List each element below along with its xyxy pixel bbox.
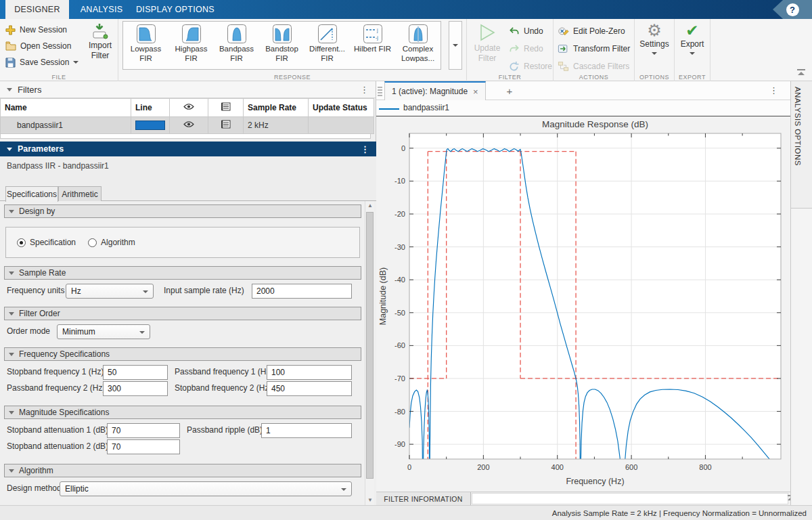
filters-table-header: Name Line Sample Rate Update Status — [1, 99, 374, 117]
column-update-status[interactable]: Update Status — [309, 99, 374, 117]
tab-analysis[interactable]: ANALYSIS — [69, 0, 134, 19]
analysis-options-tab[interactable]: ANALYSIS OPTIONS — [791, 81, 812, 209]
input-sample-rate-field[interactable] — [252, 284, 352, 299]
save-session-button[interactable]: Save Session — [5, 56, 78, 69]
input-sample-rate-label: Input sample rate (Hz) — [164, 286, 244, 295]
filters-panel-header[interactable]: Filters ⋮ — [0, 81, 376, 98]
response-gallery: LowpassFIR HighpassFIR BandpassFIR Bands… — [122, 21, 441, 70]
collapse-triangle-icon — [9, 411, 14, 414]
magnitude-response-plot[interactable]: 02004006008000-10-20-30-40-50-60-70-80-9… — [376, 116, 790, 492]
passband-frequency-2-field[interactable] — [103, 381, 168, 396]
tab-specifications[interactable]: Specifications — [5, 186, 58, 202]
cascade-filters-icon — [558, 61, 569, 72]
gear-icon: ⚙ — [647, 22, 662, 39]
column-line[interactable]: Line — [131, 99, 170, 117]
design-method-select[interactable]: Elliptic — [60, 481, 352, 496]
minimize-ribbon-button[interactable] — [796, 69, 807, 77]
svg-text:Frequency (Hz): Frequency (Hz) — [566, 477, 624, 486]
stopband-frequency-2-field[interactable] — [267, 381, 352, 396]
new-session-button[interactable]: New Session — [5, 23, 67, 37]
export-dropdown-icon — [690, 52, 695, 55]
scrollbar-thumb[interactable] — [366, 212, 374, 479]
parameters-panel-header[interactable]: Parameters ⋮ — [0, 142, 376, 156]
chevron-down-icon — [453, 44, 458, 47]
export-button[interactable]: ✔ Export — [676, 22, 708, 55]
save-session-dropdown-icon — [73, 61, 78, 64]
radio-specification[interactable]: Specification — [17, 238, 76, 247]
restore-icon — [509, 62, 520, 72]
filter-name-cell[interactable]: bandpassiir1 — [1, 117, 131, 134]
tab-designer[interactable]: DESIGNER — [5, 0, 69, 19]
column-name[interactable]: Name — [1, 99, 131, 117]
section-sample-rate[interactable]: Sample Rate — [4, 266, 361, 280]
svg-text:-90: -90 — [394, 440, 405, 448]
column-visibility[interactable] — [170, 99, 208, 117]
file-group-label: FILE — [0, 74, 118, 81]
import-filter-button[interactable]: Import Filter — [84, 23, 116, 61]
scroll-up-icon[interactable]: ▲ — [365, 201, 375, 211]
order-mode-select[interactable]: Minimum — [57, 324, 150, 339]
frequency-units-select[interactable]: Hz — [66, 284, 154, 299]
svg-text:Magnitude (dB): Magnitude (dB) — [378, 267, 388, 325]
section-magnitude-specifications[interactable]: Magnitude Specifications — [4, 406, 361, 419]
transform-filter-button[interactable]: Transform Filter — [558, 42, 630, 56]
minimize-ribbon-icon — [797, 69, 805, 70]
passband-ripple-field[interactable] — [261, 423, 352, 438]
chevron-down-icon — [341, 488, 346, 491]
plot-tabbar: 1 (active): Magnitude × + ⋮ — [376, 81, 790, 100]
plot-menu-button[interactable]: ⋮ — [769, 81, 778, 100]
settings-dropdown-icon — [652, 52, 657, 55]
lowpass-fir-button[interactable]: LowpassFIR — [123, 22, 168, 69]
panel-drag-handle-icon[interactable] — [378, 87, 382, 98]
ribbon-group-file: New Session Open Session Save Session Im… — [0, 19, 118, 81]
line-cell[interactable] — [131, 117, 170, 134]
new-plot-tab-button[interactable]: + — [501, 84, 518, 98]
table-row[interactable]: bandpassiir1 2 kHz — [1, 117, 374, 134]
bandpass-fir-button[interactable]: BandpassFIR — [214, 22, 259, 69]
undo-button[interactable]: Undo — [509, 24, 543, 38]
section-algorithm[interactable]: Algorithm — [4, 464, 361, 477]
highpass-fir-button[interactable]: HighpassFIR — [168, 22, 214, 69]
redo-button[interactable]: Redo — [509, 42, 543, 56]
stopband-attenuation-2-field[interactable] — [107, 439, 180, 454]
tab-arithmetic[interactable]: Arithmetic — [58, 186, 102, 201]
section-filter-order[interactable]: Filter Order — [4, 307, 361, 320]
restore-button[interactable]: Restore — [509, 60, 552, 73]
tab-display-options[interactable]: DISPLAY OPTIONS — [134, 0, 217, 19]
column-sample-rate[interactable]: Sample Rate — [244, 99, 309, 117]
settings-button[interactable]: ⚙ Settings — [637, 22, 672, 55]
stopband-frequency-1-field[interactable] — [103, 365, 168, 380]
response-gallery-dropdown[interactable] — [449, 21, 462, 70]
svg-text:-j: -j — [376, 35, 378, 41]
hilbert-fir-button[interactable]: j-j Hilbert FIR — [350, 22, 395, 69]
filters-menu-button[interactable]: ⋮ — [360, 81, 369, 98]
differentiator-fir-button[interactable]: Different...FIR — [304, 22, 350, 69]
parameters-panel-title: Parameters — [18, 144, 64, 154]
filter-information-tab[interactable]: FILTER INFORMATION — [376, 492, 471, 505]
update-filter-button[interactable]: Update Filter — [470, 22, 505, 64]
tab-magnitude[interactable]: 1 (active): Magnitude × — [384, 81, 486, 100]
cascade-filters-button[interactable]: Cascade Filters — [558, 60, 629, 73]
column-legend[interactable] — [208, 99, 244, 117]
sample-rate-cell: 2 kHz — [244, 117, 309, 134]
edit-pole-zero-button[interactable]: Edit Pole-Zero — [558, 24, 625, 38]
scroll-down-icon[interactable]: ▼ — [365, 496, 375, 505]
complex-lowpass-button[interactable]: ComplexLowpas... — [395, 22, 441, 69]
parameters-scrollbar[interactable]: ▲ ▼ — [365, 201, 374, 505]
open-session-button[interactable]: Open Session — [5, 39, 71, 53]
bandstop-fir-button[interactable]: BandstopFIR — [259, 22, 304, 69]
passband-frequency-1-field[interactable] — [267, 365, 352, 380]
radio-algorithm[interactable]: Algorithm — [88, 238, 135, 247]
svg-text:-10: -10 — [394, 177, 405, 185]
section-design-by[interactable]: Design by — [4, 204, 361, 218]
stopband-attenuation-1-field[interactable] — [107, 423, 180, 438]
close-icon[interactable]: × — [473, 87, 478, 97]
legend-cell[interactable] — [208, 117, 244, 134]
help-button[interactable]: ? — [773, 0, 812, 19]
parameters-menu-button[interactable]: ⋮ — [361, 142, 369, 156]
hilbert-fir-icon: j-j — [363, 24, 383, 44]
section-frequency-specifications[interactable]: Frequency Specifications — [4, 347, 361, 361]
table-empty-row — [0, 134, 371, 139]
visibility-cell[interactable] — [170, 117, 208, 134]
parameters-form: Design by Specification Algorithm Sample… — [0, 201, 376, 505]
